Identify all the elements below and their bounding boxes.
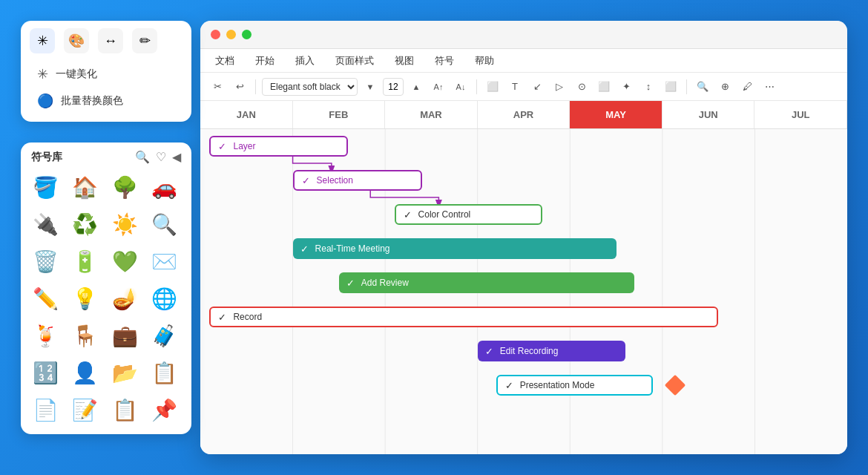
symbol-favorite-icon[interactable]: ♡ — [156, 150, 166, 164]
symbol-tree[interactable]: 🌳 — [108, 170, 142, 204]
toolbar-icons-row: ✳ 🎨 ↔ ✏ — [30, 28, 183, 53]
window-titlebar — [200, 21, 847, 49]
search-tool[interactable]: 🔍 — [693, 77, 712, 96]
symbol-watering-can[interactable]: 🪣 — [28, 170, 62, 204]
star-tool[interactable]: ✦ — [617, 77, 636, 96]
gantt-bar-presentation-mode[interactable]: ✓Presentation Mode — [496, 375, 654, 396]
symbol-lamp[interactable]: 💡 — [68, 281, 102, 315]
menu-view[interactable]: 视图 — [392, 53, 417, 69]
symbol-trash[interactable]: 🗑️ — [28, 244, 62, 278]
symbol-envelope[interactable]: ✉️ — [148, 244, 182, 278]
rect-tool[interactable]: ⬜ — [483, 77, 502, 96]
highlight-tool[interactable]: 🖊 — [737, 77, 757, 96]
paint-tool-btn[interactable]: 🎨 — [64, 28, 89, 53]
symbol-globe[interactable]: 🌐 — [148, 281, 182, 315]
floating-toolbar: ✳ 🎨 ↔ ✏ ✳ 一键美化 🔵 批量替换颜色 — [21, 21, 191, 122]
menu-page-style[interactable]: 页面样式 — [332, 53, 377, 69]
check-icon-real-time-meeting: ✓ — [300, 243, 309, 255]
check-icon-add-review: ✓ — [346, 278, 355, 289]
symbol-doc2[interactable]: 📝 — [68, 393, 102, 427]
circle-tool[interactable]: ⊙ — [572, 77, 591, 96]
symbol-folder-blue[interactable]: 📋 — [148, 356, 182, 390]
frame-tool[interactable]: ⬜ — [661, 77, 680, 96]
font-shrink[interactable]: A↓ — [451, 77, 470, 96]
menu-insert[interactable]: 插入 — [292, 53, 318, 69]
gantt-bar-layer[interactable]: ✓Layer — [209, 136, 348, 157]
symbol-doc3[interactable]: 📋 — [108, 393, 142, 427]
gantt-bar-record[interactable]: ✓Record — [209, 307, 717, 327]
zoom-tool[interactable]: ⊕ — [715, 77, 734, 96]
beautify-icon: ✳ — [37, 66, 48, 82]
font-size-increase[interactable]: ▲ — [407, 77, 426, 96]
gantt-bar-color-control[interactable]: ✓Color Control — [395, 204, 542, 225]
font-size-input[interactable] — [383, 78, 404, 96]
font-style-select[interactable]: Elegant soft black — [262, 78, 358, 96]
sparkle-tool-btn[interactable]: ✳ — [30, 28, 55, 53]
more-tools[interactable]: ⋯ — [760, 77, 779, 96]
symbol-user[interactable]: 👤 — [68, 356, 102, 390]
symbol-cocktail[interactable]: 🍹 — [28, 318, 62, 353]
font-size-decrease[interactable]: ▼ — [361, 77, 380, 96]
month-header-row: JAN FEB MAR APR MAY JUN JUL — [200, 101, 847, 129]
replace-color-label: 批量替换颜色 — [61, 94, 123, 108]
symbol-house[interactable]: 🏠 — [68, 170, 102, 204]
menu-symbols[interactable]: 符号 — [432, 53, 457, 69]
gantt-bar-selection[interactable]: ✓Selection — [293, 170, 422, 191]
shape-tool[interactable]: ⬜ — [594, 77, 614, 96]
symbol-doc1[interactable]: 📄 — [28, 393, 62, 427]
symbol-car[interactable]: 🚗 — [148, 170, 182, 204]
symbol-folder-yellow[interactable]: 📂 — [108, 356, 142, 390]
symbol-collapse-icon[interactable]: ◀ — [172, 150, 181, 164]
menu-help[interactable]: 帮助 — [472, 53, 497, 69]
elbow-tool[interactable]: ↙ — [527, 77, 547, 96]
canvas-area[interactable]: JAN FEB MAR APR MAY JUN JUL ✓Layer✓Selec… — [200, 101, 847, 454]
batch-replace-color-item[interactable]: 🔵 批量替换颜色 — [30, 88, 183, 114]
toolbar-separator-1 — [255, 79, 256, 94]
line-tool[interactable]: ↕ — [639, 77, 658, 96]
symbol-library-header: 符号库 🔍 ♡ ◀ — [28, 150, 184, 164]
symbol-plug[interactable]: 🔌 — [28, 207, 62, 241]
pen-tool-btn[interactable]: ✏ — [132, 28, 157, 53]
symbol-search-icon[interactable]: 🔍 — [135, 150, 150, 164]
arrow-tool-btn[interactable]: ↔ — [98, 28, 123, 53]
bar-label-layer: Layer — [233, 141, 255, 151]
toolbar-separator-2 — [476, 79, 477, 94]
symbol-chair[interactable]: 🪑 — [68, 318, 102, 353]
bar-label-record: Record — [233, 312, 262, 322]
replace-color-icon: 🔵 — [37, 93, 53, 109]
symbol-pencil-case[interactable]: ✏️ — [28, 281, 62, 315]
gantt-bar-real-time-meeting[interactable]: ✓Real-Time Meeting — [293, 238, 617, 259]
one-click-beautify-item[interactable]: ✳ 一键美化 — [30, 61, 183, 88]
symbol-sun[interactable]: ☀️ — [108, 207, 142, 241]
cut-tool[interactable]: ✂ — [208, 77, 227, 96]
menu-start[interactable]: 开始 — [252, 53, 277, 69]
menu-doc[interactable]: 文档 — [212, 53, 237, 69]
check-icon-record: ✓ — [218, 312, 226, 323]
arrow-right-tool[interactable]: ▷ — [550, 77, 569, 96]
symbol-calculator[interactable]: 🔢 — [28, 356, 62, 390]
text-tool[interactable]: T — [505, 77, 525, 96]
symbol-battery[interactable]: 🔋 — [68, 244, 102, 278]
diamond-milestone — [665, 375, 685, 396]
symbol-lamp-desk[interactable]: 🪔 — [108, 281, 142, 315]
bar-label-add-review: Add Review — [361, 278, 409, 288]
bar-label-color-control: Color Control — [418, 209, 471, 220]
month-feb: FEB — [293, 101, 386, 128]
symbol-doc4[interactable]: 📌 — [148, 393, 182, 427]
symbol-battery-eco[interactable]: 💚 — [108, 244, 142, 278]
gantt-bar-edit-recording[interactable]: ✓Edit Recording — [478, 341, 625, 361]
undo-tool[interactable]: ↩ — [230, 77, 249, 96]
symbol-briefcase-black[interactable]: 💼 — [108, 318, 142, 353]
symbol-briefcase-gray[interactable]: 🧳 — [148, 318, 182, 353]
app-toolbar: ✂ ↩ Elegant soft black ▼ ▲ A↑ A↓ ⬜ T ↙ ▷… — [200, 73, 847, 101]
toolbar-separator-3 — [686, 79, 687, 94]
close-button[interactable] — [211, 30, 220, 39]
font-grow[interactable]: A↑ — [429, 77, 448, 96]
gantt-bar-add-review[interactable]: ✓Add Review — [339, 272, 635, 293]
symbol-library-panel: 符号库 🔍 ♡ ◀ 🪣 🏠 🌳 🚗 🔌 ♻️ ☀️ 🔍 🗑️ 🔋 💚 ✉️ ✏️… — [21, 142, 191, 434]
symbol-magnifier[interactable]: 🔍 — [148, 207, 182, 241]
minimize-button[interactable] — [226, 30, 236, 39]
month-may: MAY — [570, 101, 662, 128]
symbol-recycle[interactable]: ♻️ — [68, 207, 102, 241]
maximize-button[interactable] — [242, 30, 251, 39]
